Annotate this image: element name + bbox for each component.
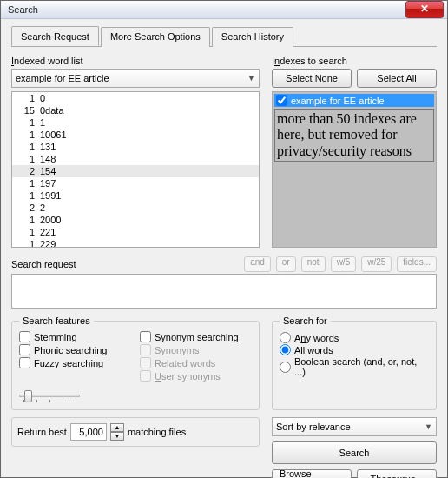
op-or-button[interactable]: or: [276, 256, 296, 272]
index-item[interactable]: example for EE article: [274, 94, 434, 107]
list-item[interactable]: 2154: [12, 165, 259, 177]
all-words-radio[interactable]: All words: [280, 344, 429, 355]
word-list-box[interactable]: 10 150data 11 110061 1131 1148 2154 1197…: [11, 91, 260, 248]
list-item[interactable]: 1131: [12, 141, 259, 153]
list-item[interactable]: 1229: [12, 238, 259, 248]
fuzzy-slider[interactable]: [19, 387, 80, 402]
spin-up-button[interactable]: ▲: [110, 423, 124, 432]
browse-words-button[interactable]: Browse Words...: [272, 469, 352, 478]
op-w25-button[interactable]: w/25: [361, 256, 392, 272]
fuzzy-checkbox[interactable]: Fuzzy searching: [19, 357, 131, 368]
close-button[interactable]: ✕: [405, 1, 444, 18]
search-for-group: Search for Any words All words Boolean s…: [272, 315, 437, 410]
thesaurus-button[interactable]: Thesaurus...: [357, 469, 437, 478]
synonym-searching-checkbox[interactable]: Synonym searching: [140, 331, 252, 342]
sort-combo-value: Sort by relevance: [276, 422, 351, 432]
search-dialog: Search ✕ Search Request More Search Opti…: [0, 0, 448, 478]
op-and-button[interactable]: and: [244, 256, 271, 272]
op-not-button[interactable]: not: [301, 256, 326, 272]
select-none-button[interactable]: Select None: [272, 69, 352, 88]
list-item[interactable]: 150data: [12, 104, 259, 116]
return-best-row: Return best ▲ ▼ matching files: [11, 417, 260, 447]
boolean-radio[interactable]: Boolean search (and, or, not, ...): [280, 356, 429, 377]
indexes-note: more than 50 indexes are here, but remov…: [274, 109, 434, 162]
tab-search-request[interactable]: Search Request: [11, 26, 99, 46]
tab-more-options[interactable]: More Search Options: [101, 27, 210, 47]
list-item[interactable]: 110061: [12, 129, 259, 141]
list-item[interactable]: 12000: [12, 214, 259, 226]
list-item[interactable]: 10: [12, 92, 259, 104]
search-request-label: Search request: [11, 259, 76, 269]
chevron-down-icon: ▼: [425, 422, 432, 431]
return-best-input[interactable]: [70, 423, 107, 441]
sort-combo[interactable]: Sort by relevance ▼: [272, 417, 437, 436]
related-words-checkbox: Related words: [140, 357, 252, 368]
search-for-legend: Search for: [280, 315, 331, 326]
list-item[interactable]: 11991: [12, 189, 259, 202]
titlebar[interactable]: Search ✕: [1, 1, 447, 19]
list-item[interactable]: 1197: [12, 177, 259, 189]
word-list-combo[interactable]: example for EE article ▼: [11, 69, 260, 88]
search-request-input[interactable]: [11, 274, 437, 309]
indexes-to-search-label: Indexes to search: [272, 56, 437, 66]
search-button[interactable]: Search: [272, 441, 437, 464]
search-features-legend: Search features: [19, 315, 94, 326]
op-w5-button[interactable]: w/5: [331, 256, 357, 272]
index-list-box[interactable]: example for EE article more than 50 inde…: [272, 91, 437, 248]
slider-thumb[interactable]: [24, 390, 32, 402]
any-words-radio[interactable]: Any words: [280, 332, 429, 343]
tab-search-history[interactable]: Search History: [212, 27, 293, 47]
phonic-checkbox[interactable]: Phonic searching: [19, 344, 131, 355]
indexed-word-list-label: Indexed word list: [11, 56, 260, 66]
index-item-label: example for EE article: [291, 96, 385, 106]
select-all-button[interactable]: Select All: [357, 69, 437, 88]
op-fields-button[interactable]: fields...: [397, 256, 437, 272]
chevron-down-icon: ▼: [247, 74, 255, 83]
list-item[interactable]: 11: [12, 116, 259, 129]
user-synonyms-checkbox: User synonyms: [140, 370, 252, 382]
index-checkbox[interactable]: [276, 95, 287, 106]
window-title: Search: [8, 4, 405, 15]
word-list-combo-value: example for EE article: [16, 73, 109, 83]
list-item[interactable]: 22: [12, 202, 259, 214]
stemming-checkbox[interactable]: Stemming: [19, 331, 131, 342]
dialog-body: Search Request More Search Options Searc…: [1, 19, 447, 478]
list-item[interactable]: 1221: [12, 226, 259, 238]
synonyms-checkbox: Synonyms: [140, 344, 252, 355]
search-features-group: Search features Stemming Synonym searchi…: [11, 315, 260, 410]
tab-strip: Search Request More Search Options Searc…: [11, 26, 437, 47]
return-best-prefix: Return best: [17, 427, 67, 437]
spin-down-button[interactable]: ▼: [110, 432, 124, 441]
return-best-suffix: matching files: [128, 427, 186, 437]
list-item[interactable]: 1148: [12, 153, 259, 165]
